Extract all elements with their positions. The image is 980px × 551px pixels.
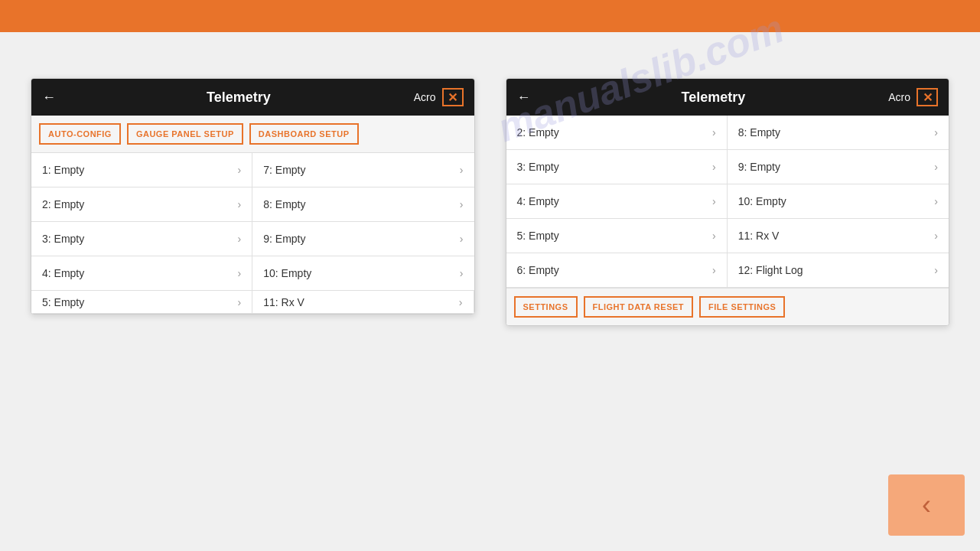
chevron-icon: › — [934, 161, 938, 173]
chevron-icon: › — [238, 198, 242, 210]
left-items-grid: 1: Empty › 7: Empty › 2: Empty › 8: Empt… — [31, 153, 474, 314]
list-item[interactable]: 10: Empty › — [252, 256, 474, 291]
list-item[interactable]: 1: Empty › — [31, 153, 252, 187]
list-item[interactable]: 3: Empty › — [506, 150, 728, 184]
top-bar — [0, 0, 980, 32]
right-acro-label: Acro — [888, 91, 910, 103]
list-item[interactable]: 6: Empty › — [506, 253, 728, 288]
chevron-icon: › — [934, 264, 938, 276]
list-item[interactable]: 11: Rx V › — [728, 219, 949, 253]
chevron-icon: › — [712, 264, 716, 276]
list-item[interactable]: 5: Empty › — [31, 291, 252, 314]
auto-config-button[interactable]: AUTO-CONFIG — [39, 123, 121, 145]
chevron-icon: › — [460, 267, 464, 279]
chevron-icon: › — [712, 195, 716, 207]
list-item[interactable]: 2: Empty › — [31, 187, 252, 222]
list-item[interactable]: 7: Empty › — [252, 153, 474, 187]
chevron-icon: › — [934, 126, 938, 139]
list-item[interactable]: 4: Empty › — [506, 184, 728, 219]
left-screen: ← Telemetry Acro ✕ AUTO-CONFIG GAUGE PAN… — [31, 78, 475, 315]
list-item[interactable]: 8: Empty › — [252, 187, 474, 222]
left-x-icon[interactable]: ✕ — [442, 88, 464, 106]
back-button[interactable]: ‹ — [888, 474, 965, 536]
left-screen-title: Telemetry — [63, 90, 414, 106]
settings-button[interactable]: SETTINGS — [514, 296, 578, 318]
chevron-icon: › — [238, 164, 242, 176]
main-content: manualslib.com ← Telemetry Acro ✕ AUTO-C… — [0, 32, 980, 341]
list-item[interactable]: 10: Empty › — [728, 184, 949, 219]
list-item[interactable]: 9: Empty › — [252, 222, 474, 256]
chevron-icon: › — [934, 230, 938, 242]
right-screen-header: ← Telemetry Acro ✕ — [506, 79, 949, 116]
chevron-icon: › — [712, 126, 716, 139]
dashboard-setup-button[interactable]: DASHBOARD SETUP — [249, 123, 359, 145]
left-button-row: AUTO-CONFIG GAUGE PANEL SETUP DASHBOARD … — [31, 116, 474, 153]
chevron-icon: › — [712, 161, 716, 173]
left-back-arrow[interactable]: ← — [42, 90, 56, 106]
list-item[interactable]: 12: Flight Log › — [728, 253, 949, 288]
chevron-icon: › — [460, 198, 464, 210]
list-item[interactable]: 9: Empty › — [728, 150, 949, 184]
right-screen-title: Telemetry — [539, 90, 889, 106]
right-screen: ← Telemetry Acro ✕ 2: Empty › 8: Empty ›… — [506, 78, 950, 326]
chevron-icon: › — [712, 230, 716, 242]
chevron-icon: › — [459, 296, 463, 308]
file-settings-button[interactable]: FILE SETTINGS — [699, 296, 785, 318]
right-x-icon[interactable]: ✕ — [917, 88, 938, 106]
list-item[interactable]: 11: Rx V › — [252, 291, 474, 314]
left-acro-label: Acro — [414, 91, 436, 103]
list-item[interactable]: 5: Empty › — [506, 219, 728, 253]
right-bottom-button-row: SETTINGS FLIGHT DATA RESET FILE SETTINGS — [506, 288, 949, 325]
list-item[interactable]: 4: Empty › — [31, 256, 252, 291]
list-item[interactable]: 2: Empty › — [506, 116, 728, 150]
chevron-icon: › — [460, 233, 464, 245]
chevron-icon: › — [238, 267, 242, 279]
chevron-icon: › — [238, 296, 242, 308]
right-items-grid: 2: Empty › 8: Empty › 3: Empty › 9: Empt… — [506, 116, 949, 288]
flight-data-reset-button[interactable]: FLIGHT DATA RESET — [584, 296, 694, 318]
chevron-icon: › — [238, 233, 242, 245]
list-item[interactable]: 8: Empty › — [728, 116, 949, 150]
gauge-panel-setup-button[interactable]: GAUGE PANEL SETUP — [127, 123, 243, 145]
chevron-icon: › — [460, 164, 464, 176]
left-screen-header: ← Telemetry Acro ✕ — [31, 79, 474, 116]
list-item[interactable]: 3: Empty › — [31, 222, 252, 256]
right-back-arrow[interactable]: ← — [517, 90, 531, 106]
chevron-icon: › — [934, 195, 938, 207]
